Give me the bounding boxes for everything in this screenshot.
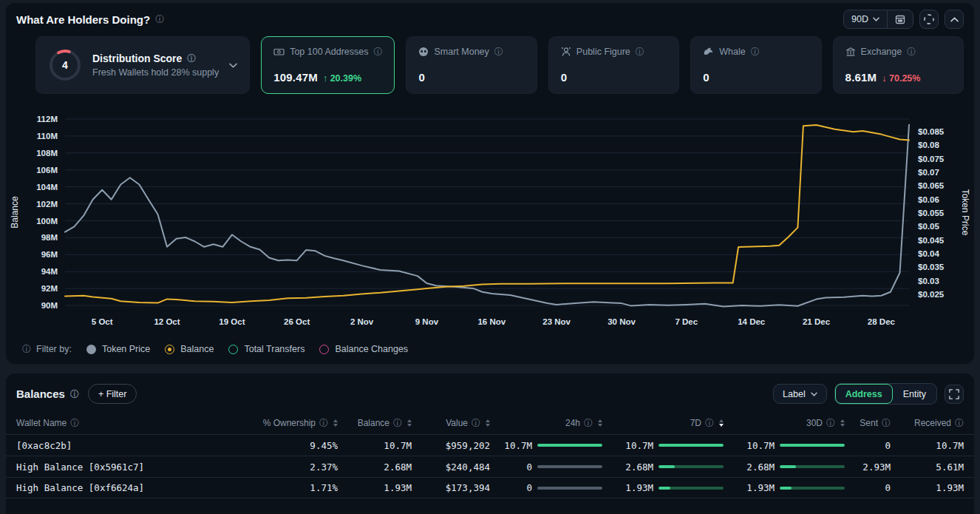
legend-token-price[interactable]: Token Price	[86, 344, 150, 354]
chevron-down-icon[interactable]	[229, 63, 237, 68]
calendar-button[interactable]	[887, 10, 913, 28]
info-icon[interactable]: ⓘ	[393, 419, 402, 427]
svg-text:7 Dec: 7 Dec	[675, 317, 698, 326]
card-label: Smart Money	[434, 47, 489, 57]
info-icon[interactable]: ⓘ	[826, 419, 835, 427]
col-30d[interactable]: 30Dⓘ	[724, 418, 845, 428]
svg-text:98M: 98M	[41, 233, 58, 242]
svg-text:2 Nov: 2 Nov	[350, 317, 374, 326]
balances-title: Balances	[16, 388, 65, 400]
legend-total-transfers[interactable]: Total Transfers	[228, 344, 304, 354]
wallet-name[interactable]: High Balance [0xf6624a]	[16, 482, 260, 493]
svg-text:$0.05: $0.05	[918, 222, 939, 231]
expand-table-button[interactable]	[945, 385, 964, 404]
info-icon[interactable]: ⓘ	[882, 419, 891, 427]
address-entity-toggle: Address Entity	[834, 383, 937, 405]
svg-text:104M: 104M	[36, 183, 58, 192]
col-wallet-name[interactable]: Wallet Nameⓘ	[16, 418, 260, 428]
30d-cell: 2.68M	[724, 461, 845, 473]
24h-cell: 0	[490, 461, 602, 473]
col-received[interactable]: Receivedⓘ	[891, 418, 964, 428]
table-header: Wallet Nameⓘ % Ownershipⓘ Balanceⓘ Value…	[6, 412, 974, 434]
info-icon[interactable]: ⓘ	[705, 419, 714, 427]
svg-text:5 Oct: 5 Oct	[92, 317, 113, 326]
info-icon[interactable]: ⓘ	[636, 47, 644, 56]
received-cell: 1.93M	[891, 482, 964, 493]
info-icon[interactable]: ⓘ	[22, 345, 31, 354]
card-top-100-addresses[interactable]: Top 100 Addresses ⓘ 109.47M↑ 20.39%	[261, 36, 395, 94]
24h-bar	[537, 465, 602, 468]
balances-panel: Balances ⓘ + Filter Label Address Entity…	[6, 373, 974, 514]
holders-chart[interactable]: 112M110M108M106M104M102M100M98M96M94M92M…	[6, 112, 974, 334]
calendar-icon	[895, 14, 905, 24]
30d-cell: 1.93M	[724, 482, 845, 493]
value-cell: $240,484	[412, 461, 490, 473]
wallet-name[interactable]: High Balance [0x5961c7]	[16, 461, 260, 473]
filter-button[interactable]: + Filter	[88, 384, 137, 404]
label-dropdown[interactable]: Label	[773, 384, 827, 404]
info-icon[interactable]: ⓘ	[907, 47, 916, 56]
score-title: Distribution Score	[92, 53, 182, 64]
svg-text:102M: 102M	[36, 200, 58, 209]
wallet-name[interactable]: [0xac8c2b]	[16, 440, 260, 451]
info-icon[interactable]: ⓘ	[70, 390, 79, 399]
distribution-score-card[interactable]: 4 Distribution Score ⓘ Fresh Wallets hol…	[35, 36, 250, 94]
info-icon[interactable]: ⓘ	[494, 47, 503, 56]
info-icon[interactable]: ⓘ	[751, 47, 760, 56]
info-icon[interactable]: ⓘ	[155, 15, 164, 24]
card-delta: ↑ 20.39%	[323, 73, 361, 84]
col-value[interactable]: Valueⓘ	[412, 418, 490, 428]
table-row[interactable]: High Balance [0xf6624a] 1.71% 1.93M $173…	[6, 477, 974, 498]
svg-text:92M: 92M	[41, 284, 58, 293]
svg-text:21 Dec: 21 Dec	[803, 317, 831, 326]
ownership-cell: 1.71%	[260, 482, 338, 493]
info-icon[interactable]: ⓘ	[472, 419, 480, 427]
legend-balance-changes[interactable]: Balance Changes	[319, 344, 408, 354]
svg-text:90M: 90M	[41, 301, 58, 310]
info-icon[interactable]: ⓘ	[955, 419, 964, 427]
svg-text:$0.055: $0.055	[918, 209, 945, 217]
card-smart-money[interactable]: Smart Money ⓘ 0	[406, 36, 537, 94]
range-dropdown[interactable]: 90D	[844, 10, 887, 28]
card-value: 0	[561, 71, 568, 84]
sent-cell: 2.93M	[845, 461, 891, 473]
table-row[interactable]: High Balance [0x5961c7] 2.37% 2.68M $240…	[6, 456, 974, 477]
card-whale[interactable]: Whale ⓘ 0	[690, 36, 821, 94]
collapse-button[interactable]	[945, 10, 964, 29]
card-public-figure[interactable]: Public Figure ⓘ 0	[548, 36, 679, 94]
col-balance[interactable]: Balanceⓘ	[338, 418, 412, 428]
card-label: Exchange	[861, 47, 902, 57]
info-icon[interactable]: ⓘ	[319, 419, 328, 427]
svg-text:96M: 96M	[41, 250, 58, 259]
info-icon[interactable]: ⓘ	[187, 54, 196, 63]
balance-cell: 10.7M	[338, 440, 412, 451]
card-value: 8.61M	[845, 71, 877, 84]
score-subtitle: Fresh Wallets hold 28% supply	[92, 67, 219, 78]
holders-panel: What Are Holders Doing? ⓘ 90D	[6, 3, 974, 364]
score-gauge: 4	[48, 48, 82, 82]
col-24h[interactable]: 24hⓘ	[490, 418, 602, 428]
fullscreen-button[interactable]	[919, 10, 939, 29]
ownership-cell: 2.37%	[260, 461, 338, 473]
svg-text:Balance: Balance	[10, 196, 20, 229]
range-value: 90D	[851, 14, 868, 24]
table-row[interactable]: [0xac8c2b] 9.45% 10.7M $959,202 10.7M 10…	[6, 434, 974, 456]
toggle-address[interactable]: Address	[835, 384, 893, 404]
24h-bar	[537, 444, 602, 447]
col-sent[interactable]: Sentⓘ	[845, 418, 891, 428]
card-exchange[interactable]: Exchange ⓘ 8.61M↓ 70.25%	[833, 36, 964, 94]
legend-balance[interactable]: Balance	[165, 344, 214, 354]
info-icon[interactable]: ⓘ	[373, 47, 382, 56]
30d-cell: 10.7M	[724, 440, 845, 451]
received-cell: 5.61M	[891, 461, 964, 473]
7d-cell: 2.68M	[602, 461, 724, 473]
toggle-entity[interactable]: Entity	[893, 384, 936, 404]
24h-cell: 10.7M	[490, 440, 602, 451]
col-ownership[interactable]: % Ownershipⓘ	[260, 418, 338, 428]
info-icon[interactable]: ⓘ	[584, 419, 593, 427]
svg-text:Token Price: Token Price	[960, 189, 970, 236]
info-icon[interactable]: ⓘ	[70, 419, 79, 427]
card-label: Top 100 Addresses	[290, 47, 368, 57]
col-7d[interactable]: 7Dⓘ	[602, 418, 724, 428]
balance-changes-ring-icon	[319, 345, 329, 354]
